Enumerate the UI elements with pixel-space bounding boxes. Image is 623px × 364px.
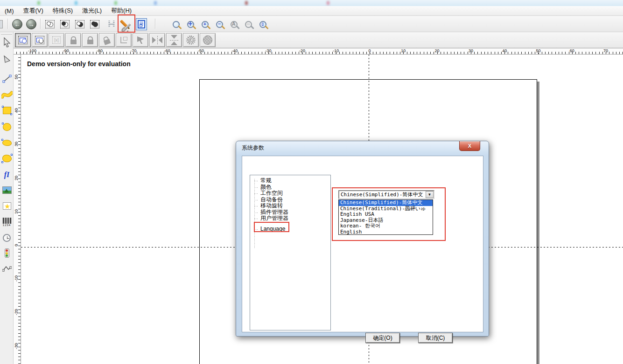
select-rotate-button[interactable] [32,33,48,47]
horizontal-ruler: -100-90-80-70-60-50-40-30-20-10010203040… [14,48,623,55]
toolbar-grip[interactable] [1,33,12,34]
annotation-box-language [254,222,289,232]
tree-item[interactable]: 插件管理器 [250,209,330,216]
zoom-pan-button[interactable]: ✛ [184,18,196,30]
language-option[interactable]: korean- 한국어 [339,223,433,229]
nav-back-button[interactable]: ← [11,18,23,30]
menu-bar: (M) 查看(V) 特殊(S) 激光(L) 帮助(H) [0,6,623,16]
ruler-label: -30 [266,48,272,53]
zoom-out-button[interactable]: − [213,18,225,30]
vector-file-icon [3,202,11,210]
node-edit-icon [3,55,11,64]
tree-item[interactable]: 移动旋转 [250,203,330,209]
nav-back-icon: ← [12,19,22,29]
preview-burst-filled-icon [203,35,212,45]
polygon-icon [2,155,12,162]
lock-icon [70,40,77,44]
rectangle-icon [3,107,11,114]
blob-icon [2,140,12,146]
cancel-button[interactable]: 取消(C) [418,333,453,343]
language-option[interactable]: English [339,229,433,235]
image-tool[interactable] [0,183,13,197]
zoom-all-button[interactable]: A [228,18,240,30]
menu-special[interactable]: 特殊(S) [48,6,77,15]
zoom-page-button[interactable]: ▯ [257,18,269,30]
lock-2-button[interactable] [82,33,98,47]
combobox-value: Chinese(Simplified)-简体中文 [339,191,426,198]
zoom-in-button[interactable]: + [199,18,211,30]
zoom-all-icon: A [231,21,238,28]
tree-item[interactable]: 工作空间 [250,190,330,197]
blob-tool[interactable] [0,136,13,150]
zoom-selection-icon: ⋯ [245,21,252,28]
zoom-button[interactable] [170,18,182,30]
tree-item[interactable]: 颜色 [250,184,330,191]
chevron-down-icon[interactable]: ▼ [426,191,434,198]
lock-button[interactable] [65,33,81,47]
object-list-button[interactable] [135,18,147,30]
settings-tree[interactable]: 常规颜色工作空间自动备份移动旋转插件管理器用户管理器Language [250,175,331,330]
language-combobox[interactable]: Chinese(Simplified)-简体中文 ▼ [338,190,434,199]
separator [155,19,155,29]
zoom-pan-icon: ✛ [187,21,194,28]
ruler-label: -70 [130,48,136,53]
curve-tool[interactable] [0,88,13,102]
ruler-label: 50 [14,74,19,80]
rectangle-tool[interactable] [0,103,13,117]
nav-forward-button[interactable]: → [25,18,37,30]
hatch-button[interactable]: H [105,18,118,30]
tree-item[interactable]: 用户管理器 [250,215,330,222]
ellipse-icon [3,123,11,131]
ruler-label: -40 [231,48,238,53]
menu-modify[interactable]: (M) [0,6,19,15]
node-select-3-button[interactable] [74,18,86,30]
text-tool[interactable]: fI [0,168,13,182]
mirror-vertical-button[interactable] [166,33,182,47]
node-edit-tool[interactable] [0,53,13,67]
ruler-label: 30 [469,48,473,53]
io-signal-tool[interactable] [0,246,13,260]
page-icon[interactable] [0,18,6,30]
dialog-titlebar[interactable]: 系统参数 [236,141,489,154]
unlock-icon [103,39,111,45]
ruler-label: -90 [63,48,69,53]
drawing-toolbar: fI [0,32,14,364]
node-select-4-button[interactable] [89,18,101,30]
vector-file-tool[interactable] [0,199,13,213]
preview-burst-button[interactable] [183,33,199,47]
desktop-smudge [114,1,117,5]
select-transform-icon [18,36,28,44]
line-tool[interactable] [0,72,13,86]
language-option[interactable]: English USA [339,212,433,218]
fill-icon [137,36,144,44]
move-origin-icon [119,36,128,44]
preview-burst-filled-button[interactable] [200,33,216,47]
ok-button[interactable]: 确定(O) [365,333,400,343]
menu-laser[interactable]: 激光(L) [77,6,106,15]
language-option[interactable]: Chinese(Simplified)-简体中文 [339,200,433,206]
ruler-label: 20 [435,48,440,53]
tree-item[interactable]: 自动备份 [250,197,330,203]
node-select-2-button[interactable] [59,18,71,30]
menu-help[interactable]: 帮助(H) [106,6,136,15]
delay-clock-tool[interactable] [0,231,13,245]
zoom-selection-button[interactable]: ⋯ [242,18,254,30]
menu-view[interactable]: 查看(V) [19,6,48,15]
barcode-tool[interactable] [0,215,13,229]
node-select-button[interactable] [44,18,56,30]
close-button[interactable]: X [459,141,480,151]
dialog-content: 常规颜色工作空间自动备份移动旋转插件管理器用户管理器Language Chine… [242,156,483,332]
language-dropdown-list[interactable]: Chinese(Simplified)-简体中文Chinese(Traditio… [338,199,433,235]
polygon-tool[interactable] [0,151,13,165]
mirror-vertical-icon [170,35,178,45]
select-arrow-tool[interactable] [0,35,13,49]
ellipse-tool[interactable] [0,120,13,134]
mirror-horizontal-button[interactable] [149,33,165,47]
tree-item[interactable]: 常规 [250,178,330,184]
select-transform-button[interactable] [15,33,31,47]
unlock-button[interactable] [99,33,115,47]
separator [7,19,8,29]
select-arrow-icon [3,37,11,48]
io-signal-icon [5,248,9,258]
spline-tool[interactable] [0,261,13,275]
